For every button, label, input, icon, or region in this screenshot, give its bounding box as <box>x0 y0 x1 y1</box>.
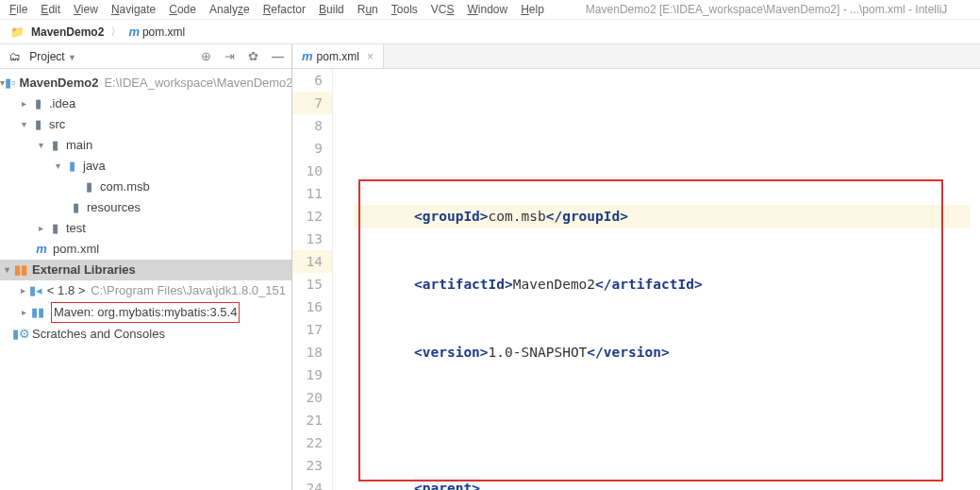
gear-icon[interactable]: ✿ <box>248 49 258 63</box>
project-dropdown[interactable]: 🗂 Project ▼ <box>8 50 201 63</box>
menu-analyze[interactable]: Analyze <box>209 3 250 16</box>
maven-icon: m <box>128 25 140 39</box>
collapse-icon[interactable]: ⇥ <box>224 49 235 63</box>
line-num: 14 <box>292 250 333 273</box>
target-icon[interactable]: ⊕ <box>201 49 211 63</box>
tree-test-label: test <box>66 219 86 238</box>
toggle-icon[interactable]: ▾ <box>0 261 13 279</box>
tree-pom[interactable]: m pom.xml <box>0 239 291 260</box>
tree-external-libs[interactable]: ▾ ▮▮ External Libraries <box>0 260 291 280</box>
toggle-icon[interactable]: ▾ <box>34 136 47 155</box>
val-version: 1.0-SNAPSHOT <box>489 345 588 360</box>
scratch-icon: ▮⚙ <box>13 325 28 344</box>
tag-artifactId: artifactId <box>423 277 505 292</box>
tree-jdk-path: C:\Program Files\Java\jdk1.8.0_151 <box>91 281 286 300</box>
toggle-icon[interactable]: ▾ <box>17 115 30 134</box>
tag-groupId-close: groupId <box>562 209 620 224</box>
tree-root[interactable]: ▾ ▮▫ MavenDemo2 E:\IDEA_workspace\MavenD… <box>0 73 291 93</box>
code-area[interactable]: 6 7 8 9 10 11 12 13 14 15 16 17 18 19 20… <box>292 69 980 490</box>
menu-view[interactable]: View <box>74 3 98 16</box>
menu-code[interactable]: Code <box>169 3 196 16</box>
breadcrumb-file-label: pom.xml <box>142 25 185 39</box>
toggle-icon[interactable]: ▸ <box>17 281 29 300</box>
tab-pom-xml[interactable]: m pom.xml × <box>292 44 384 68</box>
tag-parent: parent <box>423 481 472 490</box>
menu-run[interactable]: Run <box>357 3 378 16</box>
tree-main[interactable]: ▾ ▮ main <box>0 135 291 156</box>
line-num: 24 <box>292 477 333 490</box>
line-num: 13 <box>292 228 333 250</box>
toggle-icon[interactable]: ▸ <box>17 94 30 113</box>
line-num: 6 <box>292 69 333 92</box>
tree-idea[interactable]: ▸ ▮ .idea <box>0 93 291 114</box>
tab-label: pom.xml <box>317 50 359 63</box>
lib-icon: ▮▮ <box>30 303 45 322</box>
line-num: 15 <box>292 273 333 296</box>
tree-test[interactable]: ▸ ▮ test <box>0 218 291 239</box>
toggle-icon[interactable]: ▸ <box>17 303 30 322</box>
tree-java[interactable]: ▾ ▮ java <box>0 156 291 177</box>
jdk-icon: ▮◂ <box>29 281 43 300</box>
menu-refactor[interactable]: Refactor <box>263 3 306 16</box>
tree-maven-dep-label: Maven: org.mybatis:mybatis:3.5.4 <box>51 302 240 323</box>
breadcrumb-sep: 〉 <box>110 24 122 40</box>
folder-icon: ▮ <box>30 94 45 113</box>
project-sidebar: 🗂 Project ▼ ⊕ ⇥ ✿ — ▾ ▮▫ MavenDemo2 E:\I… <box>0 44 292 490</box>
tree-maven-dep[interactable]: ▸ ▮▮ Maven: org.mybatis:mybatis:3.5.4 <box>0 301 291 324</box>
editor-panel: m pom.xml × 6 7 8 9 10 11 12 13 14 15 16… <box>292 44 980 490</box>
code-content[interactable]: <groupId>com.msb</groupId> <artifactId>M… <box>344 69 980 490</box>
menu-build[interactable]: Build <box>319 3 344 16</box>
tree-root-path: E:\IDEA_workspace\MavenDemo2 <box>104 74 291 93</box>
menu-edit[interactable]: Edit <box>41 3 60 16</box>
line-num: 10 <box>292 160 333 182</box>
hide-icon[interactable]: — <box>272 49 284 63</box>
package-icon: ▮ <box>81 177 96 196</box>
source-folder-icon: ▮ <box>64 157 79 176</box>
line-num: 12 <box>292 205 333 228</box>
tree-pom-label: pom.xml <box>53 240 99 259</box>
tree-java-label: java <box>83 157 106 176</box>
menu-file[interactable]: File <box>9 3 27 16</box>
tree-root-label: MavenDemo2 <box>20 74 99 93</box>
tree-scratches-label: Scratches and Consoles <box>32 325 165 344</box>
folder-icon: ▮ <box>47 219 62 238</box>
project-tree: ▾ ▮▫ MavenDemo2 E:\IDEA_workspace\MavenD… <box>0 69 291 490</box>
tree-pkg[interactable]: ▮ com.msb <box>0 177 291 197</box>
tree-external-libs-label: External Libraries <box>32 261 136 279</box>
tag-artifactId-close: artifactId <box>612 277 694 292</box>
val-groupId: com.msb <box>489 209 546 224</box>
menu-help[interactable]: Help <box>521 3 544 16</box>
breadcrumb: 📁 MavenDemo2 〉 m pom.xml <box>0 20 980 44</box>
line-num: 7 <box>292 92 333 114</box>
tag-version: version <box>423 345 480 360</box>
tree-resources[interactable]: ▮ resources <box>0 197 291 218</box>
breadcrumb-project-label: MavenDemo2 <box>31 25 104 39</box>
line-num: 20 <box>292 386 333 409</box>
toggle-icon[interactable]: ▸ <box>34 219 47 238</box>
tree-src-label: src <box>49 115 65 134</box>
line-num: 21 <box>292 409 333 431</box>
breadcrumb-project[interactable]: 📁 MavenDemo2 <box>9 25 104 39</box>
tree-resources-label: resources <box>87 198 141 217</box>
tree-scratches[interactable]: ▸ ▮⚙ Scratches and Consoles <box>0 324 291 345</box>
module-folder-icon: ▮▫ <box>5 74 16 93</box>
breadcrumb-file[interactable]: m pom.xml <box>128 25 185 39</box>
folder-icon: ▮ <box>30 115 45 134</box>
menu-window[interactable]: Window <box>467 3 507 16</box>
line-num: 17 <box>292 318 333 341</box>
resources-folder-icon: ▮ <box>68 198 83 217</box>
menu-tools[interactable]: Tools <box>391 3 418 16</box>
tree-src[interactable]: ▾ ▮ src <box>0 114 291 135</box>
tag-groupId: groupId <box>423 209 480 224</box>
line-num: 19 <box>292 363 333 386</box>
close-tab-icon[interactable]: × <box>367 50 374 63</box>
tree-idea-label: .idea <box>49 94 75 113</box>
toggle-icon[interactable]: ▾ <box>51 157 64 176</box>
line-num: 8 <box>292 114 333 137</box>
menu-vcs[interactable]: VCS <box>431 3 455 16</box>
maven-icon: m <box>302 49 313 63</box>
tree-jdk[interactable]: ▸ ▮◂ < 1.8 > C:\Program Files\Java\jdk1.… <box>0 280 291 301</box>
sidebar-header: 🗂 Project ▼ ⊕ ⇥ ✿ — <box>0 44 291 69</box>
menu-navigate[interactable]: Navigate <box>111 3 156 16</box>
tree-pkg-label: com.msb <box>100 177 150 196</box>
